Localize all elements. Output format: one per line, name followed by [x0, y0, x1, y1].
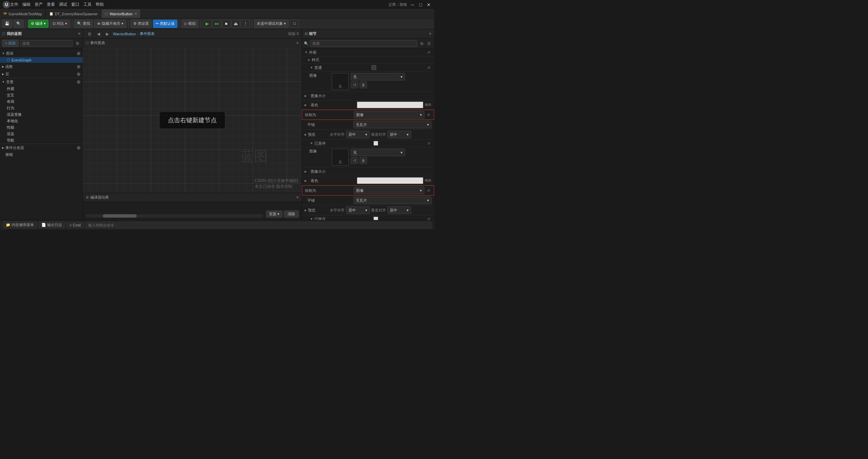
compiler-close[interactable]: ✕: [296, 196, 299, 199]
menu-edit[interactable]: 编辑: [22, 2, 31, 7]
simulate-button[interactable]: ▷ 模拟: [182, 20, 198, 28]
pressed-section[interactable]: ▼ 已按压 ↺: [302, 215, 434, 220]
left-search-input[interactable]: [20, 40, 73, 47]
var-render[interactable]: 渲染: [0, 131, 83, 137]
play-options-button[interactable]: ⋮: [241, 20, 250, 28]
nav-grid-icon[interactable]: ⊞: [86, 31, 93, 37]
output-log-button[interactable]: 📄 输出日志: [38, 221, 65, 228]
hovered-checkbox[interactable]: [373, 141, 378, 146]
image-preview-normal[interactable]: 无: [332, 73, 349, 90]
settings-icon[interactable]: ⚙: [74, 40, 81, 47]
save-button[interactable]: 💾: [2, 20, 12, 28]
appearance-section[interactable]: ▼ 外观 ↺: [302, 49, 434, 56]
image-browse-btn[interactable]: ↺: [351, 81, 358, 88]
var-nav[interactable]: 导航: [0, 137, 83, 144]
tab-close-warrior[interactable]: ✕: [134, 12, 137, 16]
compile-button[interactable]: ⚙ 编译 ▾: [28, 20, 49, 28]
class-settings-button[interactable]: ⚙ 类设置: [131, 20, 152, 28]
appearance-reset[interactable]: ↺: [426, 50, 431, 55]
class-defaults-button[interactable]: ✏ 类默认值: [153, 20, 177, 28]
nav-forward-icon[interactable]: ▶: [103, 31, 111, 37]
play-button[interactable]: ▶: [203, 20, 212, 28]
compare-button[interactable]: ⊡ 对比 ▾: [50, 20, 70, 28]
menu-file[interactable]: 文件: [10, 2, 18, 7]
add-macro-icon[interactable]: ⊕: [77, 71, 81, 77]
find-button[interactable]: 🔍 查找: [74, 20, 93, 28]
left-panel-close[interactable]: ✕: [78, 32, 81, 36]
detail-search-input[interactable]: [310, 40, 417, 47]
var-layout[interactable]: 布局: [0, 98, 83, 105]
close-button[interactable]: ✕: [426, 2, 431, 7]
tiling-dropdown[interactable]: 无瓦片 ▾: [353, 121, 431, 128]
hovered-draw-as-reset[interactable]: ↺: [426, 188, 431, 193]
hovered-tint-swatch[interactable]: [357, 177, 423, 184]
menu-debug[interactable]: 调试: [59, 2, 67, 7]
style-section[interactable]: ▼ 样式: [302, 56, 434, 64]
breadcrumb-root[interactable]: WarriorButton: [113, 32, 136, 36]
debug-target-button[interactable]: 未选中调试对象 ▾: [254, 20, 289, 28]
hovered-v-align-dropdown[interactable]: 居中 ▾: [387, 206, 411, 214]
image-clear-btn[interactable]: 🗑: [360, 81, 367, 88]
normal-reset[interactable]: ↺: [426, 65, 431, 70]
var-render-transform[interactable]: 渲染变换: [0, 111, 83, 118]
hovered-image-browse-btn[interactable]: ↺: [351, 157, 358, 164]
pressed-checkbox[interactable]: [373, 217, 378, 220]
cmd-input[interactable]: [85, 222, 431, 228]
functions-section-header[interactable]: ▶ 函数 ⊕: [0, 63, 83, 70]
detail-close[interactable]: ✕: [429, 32, 431, 36]
menu-window[interactable]: 窗口: [71, 2, 79, 7]
step-button[interactable]: ⏭: [212, 20, 221, 28]
clear-button[interactable]: 清除: [284, 210, 299, 218]
browse-button[interactable]: 🔍: [14, 20, 24, 28]
page-button[interactable]: 页面 ▾: [266, 210, 283, 218]
image-preview-hovered[interactable]: 无: [332, 149, 349, 166]
pressed-reset[interactable]: ↺: [426, 216, 431, 220]
var-appearance[interactable]: 外观: [0, 86, 83, 92]
event-graph-close[interactable]: ✕: [296, 41, 299, 45]
v-align-dropdown[interactable]: 居中 ▾: [387, 131, 411, 138]
add-function-icon[interactable]: ⊕: [77, 64, 81, 69]
var-performance[interactable]: 性能: [0, 124, 83, 131]
graph-section-header[interactable]: ▼ 图表 ⊕: [0, 50, 83, 57]
image-dropdown-normal[interactable]: 无 ▾: [351, 73, 405, 80]
scrollbar-thumb[interactable]: [103, 214, 137, 218]
add-var-icon[interactable]: ⊕: [77, 79, 81, 85]
var-behavior[interactable]: 行为: [0, 105, 83, 111]
graph-canvas[interactable]: 点击右键新建节点 蓝图 CSDN @[小瓜偷学编程] 本文已保存 版本控制: [83, 48, 302, 193]
scrollbar-track[interactable]: [86, 214, 263, 218]
image-dropdown-hovered[interactable]: 无 ▾: [351, 149, 405, 156]
detail-grid-icon[interactable]: ⊞: [419, 40, 425, 47]
stop-button[interactable]: ■: [222, 20, 231, 28]
tab-warrior[interactable]: ⬡ WarriorButton ✕: [101, 10, 140, 18]
eject-button[interactable]: ⏏: [231, 20, 240, 28]
hovered-draw-as-dropdown[interactable]: 图像 ▾: [354, 187, 424, 194]
nav-back-icon[interactable]: ◀: [95, 31, 102, 37]
hovered-section[interactable]: ▼ 已悬停 ↺: [302, 140, 434, 147]
cmd-button[interactable]: > Cmd: [66, 222, 84, 228]
hovered-reset[interactable]: ↺: [426, 141, 431, 146]
content-browser-button[interactable]: 📁 内容侧滑菜单: [3, 221, 37, 228]
draw-as-reset[interactable]: ↺: [426, 112, 431, 117]
event-dispatcher-section[interactable]: ▶ 事件分发器 ⊕: [0, 144, 83, 151]
menu-help[interactable]: 帮助: [96, 2, 104, 7]
menu-view[interactable]: 查看: [47, 2, 55, 7]
add-button[interactable]: + 添加: [2, 40, 19, 47]
variables-section-header[interactable]: ▼ 变量 ⊕: [0, 78, 83, 86]
menu-tools[interactable]: 工具: [83, 2, 92, 7]
hovered-tiling-dropdown[interactable]: 无瓦片 ▾: [353, 197, 431, 204]
draw-as-dropdown[interactable]: 图像 ▾: [354, 111, 424, 118]
hovered-image-clear-btn[interactable]: 🗑: [360, 157, 367, 164]
button-item[interactable]: 按钮: [0, 151, 83, 158]
detail-menu-icon[interactable]: ☰: [426, 40, 432, 47]
minimize-button[interactable]: ─: [410, 2, 415, 7]
tab-enemywave[interactable]: 📋 DT_EnemyWaveSpawner: [46, 10, 101, 18]
var-locale[interactable]: 本地化: [0, 118, 83, 124]
var-interaction[interactable]: 交互: [0, 92, 83, 98]
hovered-h-align-dropdown[interactable]: 居中 ▾: [346, 206, 370, 214]
macros-section-header[interactable]: ▶ 宏 ⊕: [0, 70, 83, 78]
normal-section[interactable]: ▼ 普通 ↺: [302, 64, 434, 72]
menu-asset[interactable]: 资产: [35, 2, 43, 7]
add-dispatcher-icon[interactable]: ⊕: [77, 145, 81, 150]
tree-item-eventgraph[interactable]: ⬡ EventGraph: [0, 57, 83, 63]
h-align-dropdown[interactable]: 居中 ▾: [346, 131, 370, 138]
